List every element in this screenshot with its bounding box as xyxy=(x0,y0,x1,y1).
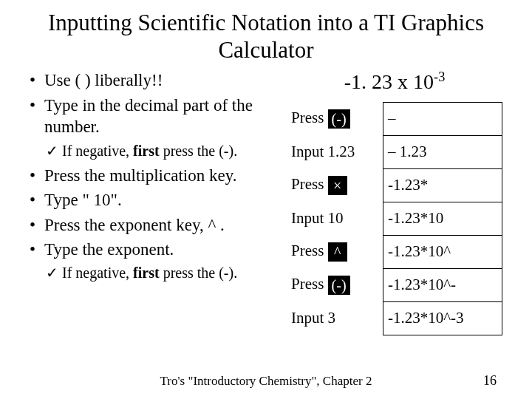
right-column: -1. 23 x 10-3 Press (-) – Input 1.23 – 1… xyxy=(287,69,502,335)
key-neg-icon: (-) xyxy=(328,276,350,295)
action-cell: Press ^ xyxy=(287,235,383,268)
display-cell: – 1.23 xyxy=(383,135,502,168)
example-value: -1. 23 x 10-3 xyxy=(287,69,502,94)
table-row: Input 3 -1.23*10^-3 xyxy=(287,301,502,335)
key-caret-icon: ^ xyxy=(328,242,347,262)
display-cell: -1.23*10 xyxy=(383,202,502,235)
display-cell: -1.23* xyxy=(383,168,502,202)
sub-list: If negative, first press the (-). xyxy=(46,141,281,160)
bullet-item: Type in the decimal part of the number. xyxy=(30,95,281,138)
left-column: Use ( ) liberally!! Type in the decimal … xyxy=(30,69,281,335)
display-cell: -1.23*10^-3 xyxy=(383,301,502,335)
slide-title: Inputting Scientific Notation into a TI … xyxy=(30,9,502,64)
action-cell: Input 3 xyxy=(287,301,383,335)
table-row: Press × -1.23* xyxy=(287,168,502,202)
bullet-list: Use ( ) liberally!! Type in the decimal … xyxy=(30,69,281,137)
steps-table: Press (-) – Input 1.23 – 1.23 Press × -1… xyxy=(287,102,502,335)
footer-citation: Tro's "Introductory Chemistry", Chapter … xyxy=(0,374,532,389)
page-number: 16 xyxy=(483,373,497,389)
slide: Inputting Scientific Notation into a TI … xyxy=(0,0,532,399)
content-row: Use ( ) liberally!! Type in the decimal … xyxy=(30,69,502,335)
sub-list: If negative, first press the (-). xyxy=(46,263,281,282)
table-row: Press ^ -1.23*10^ xyxy=(287,235,502,268)
display-cell: – xyxy=(383,102,502,135)
action-cell: Press (-) xyxy=(287,102,383,135)
sub-item: If negative, first press the (-). xyxy=(46,263,281,282)
action-cell: Press × xyxy=(287,168,383,202)
bullet-list: Press the multiplication key. Type " 10"… xyxy=(30,165,281,261)
key-multiply-icon: × xyxy=(328,176,347,195)
bullet-item: Type " 10". xyxy=(30,189,281,211)
table-row: Input 10 -1.23*10 xyxy=(287,202,502,235)
table-row: Press (-) -1.23*10^- xyxy=(287,268,502,301)
action-cell: Press (-) xyxy=(287,268,383,301)
display-cell: -1.23*10^- xyxy=(383,268,502,301)
bullet-item: Press the exponent key, ^ . xyxy=(30,214,281,236)
table-row: Press (-) – xyxy=(287,102,502,135)
display-cell: -1.23*10^ xyxy=(383,235,502,268)
bullet-item: Type the exponent. xyxy=(30,239,281,260)
bullet-item: Press the multiplication key. xyxy=(30,165,281,186)
key-neg-icon: (-) xyxy=(328,109,350,129)
table-row: Input 1.23 – 1.23 xyxy=(287,135,502,168)
bullet-item: Use ( ) liberally!! xyxy=(30,69,281,91)
action-cell: Input 10 xyxy=(287,202,383,235)
action-cell: Input 1.23 xyxy=(287,135,383,168)
sub-item: If negative, first press the (-). xyxy=(46,141,281,160)
